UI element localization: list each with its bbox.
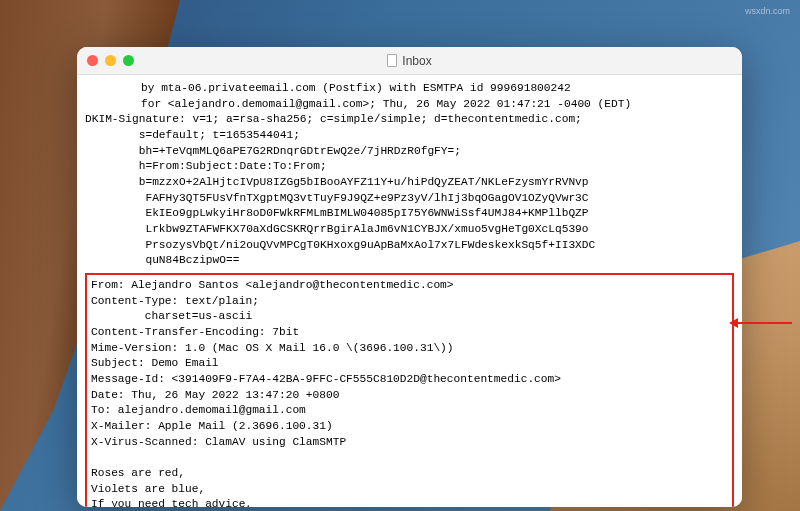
header-content-type: Content-Type: text/plain;: [91, 295, 259, 307]
maximize-icon[interactable]: [123, 55, 134, 66]
body-line: Roses are red,: [91, 467, 185, 479]
window-title: Inbox: [402, 54, 431, 68]
header-date: Date: Thu, 26 May 2022 13:47:20 +0800: [91, 389, 339, 401]
email-raw-source[interactable]: by mta-06.privateemail.com (Postfix) wit…: [77, 75, 742, 507]
header-xvirus: X-Virus-Scanned: ClamAV using ClamSMTP: [91, 436, 346, 448]
document-icon: [387, 54, 397, 67]
body-line: Violets are blue,: [91, 483, 205, 495]
header-mime: Mime-Version: 1.0 (Mac OS X Mail 16.0 \(…: [91, 342, 454, 354]
annotation-arrow: [737, 322, 792, 324]
watermark: wsxdn.com: [745, 6, 790, 16]
window-controls: [77, 55, 134, 66]
dkim-signature: DKIM-Signature: v=1; a=rsa-sha256; c=sim…: [85, 112, 734, 269]
close-icon[interactable]: [87, 55, 98, 66]
window-title-area: Inbox: [77, 54, 742, 68]
header-charset: charset=us-ascii: [91, 310, 252, 322]
titlebar: Inbox: [77, 47, 742, 75]
body-line: If you need tech advice,: [91, 498, 252, 507]
header-xmailer: X-Mailer: Apple Mail (2.3696.100.31): [91, 420, 333, 432]
highlighted-headers-box: From: Alejandro Santos <alejandro@thecon…: [85, 273, 734, 507]
header-cte: Content-Transfer-Encoding: 7bit: [91, 326, 299, 338]
header-from: From: Alejandro Santos <alejandro@thecon…: [91, 279, 454, 291]
minimize-icon[interactable]: [105, 55, 116, 66]
received-header: by mta-06.privateemail.com (Postfix) wit…: [85, 81, 734, 112]
header-to: To: alejandro.demomail@gmail.com: [91, 404, 306, 416]
text-editor-window: Inbox by mta-06.privateemail.com (Postfi…: [77, 47, 742, 507]
header-subject: Subject: Demo Email: [91, 357, 219, 369]
header-msgid: Message-Id: <391409F9-F7A4-42BA-9FFC-CF5…: [91, 373, 561, 385]
